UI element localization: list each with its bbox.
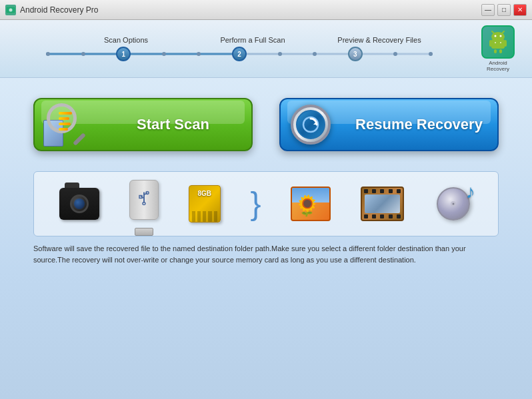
music-icon: ♪ bbox=[434, 185, 473, 222]
step2-label: Perform a Full Scan bbox=[199, 36, 306, 44]
step1-label: Scan Options bbox=[73, 36, 179, 44]
resume-icon-area bbox=[281, 98, 341, 151]
svg-rect-8 bbox=[489, 40, 492, 47]
svg-point-23 bbox=[452, 203, 454, 205]
buttons-row: Start Scan Resume Recovery bbox=[33, 98, 499, 151]
svg-point-1 bbox=[9, 8, 13, 11]
footer-description: Software will save the recovered file to… bbox=[33, 243, 499, 265]
film-hole-5 bbox=[397, 189, 401, 193]
step3-label: Preview & Recovery Files bbox=[326, 36, 433, 44]
camera-lens-inner bbox=[74, 199, 85, 209]
sd-contact-1 bbox=[192, 211, 195, 222]
film-hole-3 bbox=[380, 189, 384, 193]
step1-number: 1 bbox=[121, 51, 125, 58]
progress-dot-3a bbox=[393, 52, 397, 56]
resume-recovery-label: Resume Recovery bbox=[341, 116, 497, 133]
usb-body bbox=[129, 180, 159, 220]
film-hole-2 bbox=[372, 189, 376, 193]
progress-bar: 1 2 3 bbox=[46, 47, 433, 61]
film-hole-8 bbox=[380, 214, 384, 218]
app-icon bbox=[5, 5, 16, 15]
music-shape: ♪ bbox=[434, 185, 473, 222]
window-title: Android Recovery Pro bbox=[20, 5, 481, 15]
svg-rect-9 bbox=[504, 40, 507, 47]
usb-symbol bbox=[137, 191, 151, 209]
progress-end-dot bbox=[429, 52, 433, 56]
usb-plug bbox=[135, 228, 153, 236]
logo-icon bbox=[481, 25, 515, 59]
sd-card-label: 8GB bbox=[197, 190, 211, 197]
photo-body: 🌻 bbox=[291, 187, 331, 221]
header: Scan Options Perform a Full Scan Preview… bbox=[0, 20, 532, 78]
film-hole-4 bbox=[389, 189, 393, 193]
svg-point-12 bbox=[495, 42, 496, 43]
film-hole-9 bbox=[389, 214, 393, 218]
camera-top bbox=[65, 183, 79, 188]
start-scan-button[interactable]: Start Scan bbox=[33, 98, 253, 151]
sd-contact-2 bbox=[197, 211, 201, 222]
sd-card-body: 8GB bbox=[189, 185, 221, 222]
close-button[interactable]: ✕ bbox=[513, 4, 527, 16]
svg-rect-20 bbox=[139, 196, 142, 199]
steps-row: 1 2 3 bbox=[46, 47, 433, 61]
logo-text: AndroidRecovery bbox=[487, 60, 509, 72]
sd-contact-4 bbox=[208, 211, 211, 222]
step2-number: 2 bbox=[237, 51, 241, 58]
step3-number: 3 bbox=[353, 51, 357, 58]
scan-icon bbox=[43, 103, 87, 147]
photo-icon: 🌻 bbox=[291, 187, 331, 221]
film-holes-bottom bbox=[362, 214, 403, 218]
camera-icon bbox=[59, 188, 99, 220]
camera-body bbox=[59, 188, 99, 220]
step-labels: Scan Options Perform a Full Scan Preview… bbox=[46, 36, 433, 44]
photo-flower: 🌻 bbox=[295, 194, 319, 217]
svg-point-21 bbox=[143, 202, 145, 205]
maximize-button[interactable]: □ bbox=[497, 4, 511, 16]
sd-card-icon: 8GB bbox=[189, 185, 221, 222]
resume-recovery-button[interactable]: Resume Recovery bbox=[279, 98, 499, 151]
window-controls: — □ ✕ bbox=[481, 4, 527, 16]
step3-circle: 3 bbox=[348, 47, 363, 61]
film-hole-6 bbox=[364, 214, 368, 218]
svg-point-4 bbox=[495, 35, 497, 37]
magnify-glass bbox=[47, 103, 77, 133]
sd-contact-3 bbox=[203, 211, 206, 222]
camera-lens bbox=[70, 195, 89, 213]
recovery-inner bbox=[296, 110, 325, 139]
progress-dot-1c bbox=[197, 52, 201, 56]
film-holes-top bbox=[362, 189, 403, 193]
sd-card-contacts bbox=[192, 211, 217, 222]
film-image bbox=[365, 195, 400, 213]
magnify-handle bbox=[73, 133, 86, 146]
film-strip-icon bbox=[361, 187, 404, 221]
scan-bars bbox=[59, 112, 72, 131]
progress-dot-1b bbox=[162, 52, 166, 56]
usb-drive-icon bbox=[129, 180, 159, 228]
svg-rect-11 bbox=[499, 49, 502, 53]
steps-container: Scan Options Perform a Full Scan Preview… bbox=[11, 36, 468, 61]
svg-rect-10 bbox=[494, 49, 497, 53]
svg-point-5 bbox=[500, 35, 502, 37]
svg-line-7 bbox=[502, 31, 504, 33]
music-note: ♪ bbox=[466, 181, 475, 202]
progress-dot-2a bbox=[278, 52, 282, 56]
title-bar: Android Recovery Pro — □ ✕ bbox=[0, 0, 532, 20]
svg-point-13 bbox=[500, 42, 501, 43]
app-logo: AndroidRecovery bbox=[475, 25, 521, 72]
svg-rect-3 bbox=[491, 39, 505, 49]
svg-line-6 bbox=[492, 31, 494, 33]
icon-strip: 8GB } 🌻 bbox=[33, 171, 499, 236]
progress-start-dot bbox=[46, 52, 50, 56]
step2-circle: 2 bbox=[232, 47, 247, 61]
step1-circle: 1 bbox=[116, 47, 131, 61]
film-body bbox=[361, 187, 404, 221]
scan-bar-4 bbox=[59, 128, 68, 131]
scan-bar-3 bbox=[59, 123, 71, 125]
film-hole-10 bbox=[397, 214, 401, 218]
film-hole-7 bbox=[372, 214, 376, 218]
minimize-button[interactable]: — bbox=[481, 4, 495, 16]
progress-dot-1a bbox=[81, 52, 85, 56]
bracket-icon: } bbox=[250, 188, 261, 220]
progress-dot-2b bbox=[313, 52, 317, 56]
music-disc bbox=[437, 187, 470, 220]
